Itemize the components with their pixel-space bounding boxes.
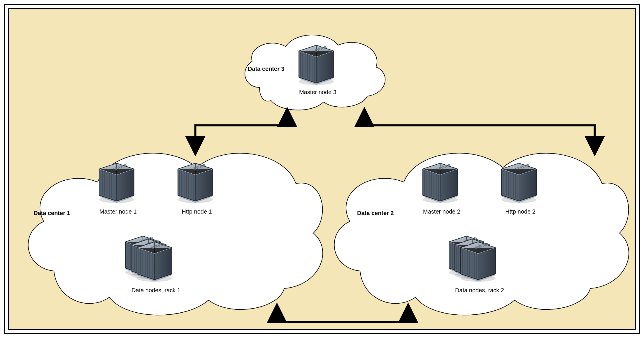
dc3-master-label: Master node 3 [292,89,344,96]
server-master-1 [99,163,134,203]
dc2-http-label: Http node 2 [496,208,545,215]
dc1-master-label: Master node 1 [90,208,146,215]
server-http-2 [501,163,536,203]
architecture-diagram: SERVER [0,0,644,338]
dc2-title: Data center 2 [357,210,407,216]
server-master-3 [299,45,334,85]
server-master-2 [423,163,458,203]
dc1-http-label: Http node 1 [172,208,222,215]
dc2-data-label: Data nodes, rack 2 [443,287,516,294]
dc1-title: Data center 1 [34,210,83,216]
dc2-master-label: Master node 2 [414,208,469,215]
server-http-1 [178,163,213,203]
dc3-title: Data center 3 [248,66,294,72]
dc1-data-label: Data nodes, rack 1 [120,287,192,294]
